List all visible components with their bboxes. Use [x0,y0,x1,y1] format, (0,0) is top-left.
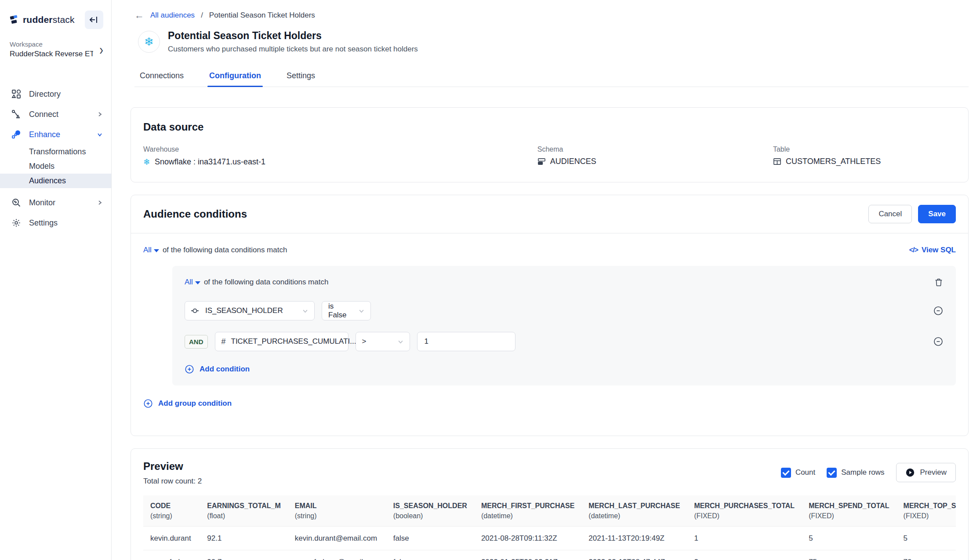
remove-condition-button[interactable] [933,305,944,316]
table-cell: 70 [897,550,956,560]
condition-row: IS_SEASON_HOLDER is False [185,301,944,320]
table-cell: 5 [897,527,956,550]
chevron-right-icon [97,112,102,117]
sidebar-item-transformations[interactable]: Transformations [0,145,111,159]
chevron-down-icon [359,308,364,314]
breadcrumb-link-all-audiences[interactable]: All audiences [150,11,195,20]
table-cell: 2022-01-25T20:02:21Z [474,550,581,560]
table-cell: 1 [687,527,802,550]
table-icon [773,157,781,166]
breadcrumb-current: Potential Season Ticket Holders [209,11,315,20]
table-cell: 5 [802,527,896,550]
table-cell: 2021-11-13T20:19:49Z [581,527,687,550]
tab-connections[interactable]: Connections [138,67,185,87]
minus-circle-icon [933,305,944,316]
plus-circle-icon [143,399,153,408]
condition-value-input[interactable] [417,332,515,351]
column-header: EARNINGS_TOTAL_M(float) [200,495,287,527]
warehouse-label: Warehouse [143,145,537,153]
save-button[interactable]: Save [918,205,956,223]
add-group-condition-button[interactable]: Add group condition [143,399,232,422]
tab-settings[interactable]: Settings [285,67,317,87]
collapse-sidebar-icon [90,16,98,24]
minus-circle-icon [933,336,944,347]
preview-card: Preview Total row count: 2 Count Sample … [131,448,969,560]
column-header: MERCH_FIRST_PURCHASE(datetime) [474,495,581,527]
sidebar-item-models[interactable]: Models [0,159,111,174]
tab-bar: Connections Configuration Settings [134,67,969,87]
checkbox-checked-icon [781,468,791,478]
tab-configuration[interactable]: Configuration [207,67,263,87]
breadcrumb: ← All audiences / Potential Season Ticke… [134,11,969,20]
page-title: Potential Season Ticket Holders [168,30,418,42]
monitor-icon [11,198,22,207]
connect-icon [11,109,22,119]
sidebar-collapse-button[interactable] [85,11,103,29]
sample-rows-checkbox[interactable]: Sample rows [827,468,884,478]
add-condition-button[interactable]: Add condition [185,364,250,374]
table-cell: 2022-03-13T08:47:44Z [581,550,687,560]
group-match-text: of the following data conditions match [204,278,329,287]
preview-button[interactable]: Preview [896,463,956,482]
outer-match-type-dropdown[interactable]: All [143,246,159,255]
logo-text: rudderstack [23,15,75,25]
table-cell: kevin.durant@email.com [288,527,386,550]
audience-conditions-card: Audience conditions Cancel Save All of t… [131,195,969,436]
audience-conditions-title: Audience conditions [143,208,247,220]
preview-table: CODE(string)EARNINGS_TOTAL_M(float)EMAIL… [143,495,956,560]
field-select[interactable]: # TICKET_PURCHASES_CUMULATI... [215,332,348,351]
sidebar: rudderstack Workspace RudderStack Revers… [0,0,112,560]
column-header: MERCH_SPEND_TOTAL(FIXED) [802,495,896,527]
field-select-value: IS_SEASON_HOLDER [205,306,283,315]
count-checkbox[interactable]: Count [781,468,815,478]
plus-circle-icon [185,364,194,374]
table-value: CUSTOMERS_ATHLETES [786,157,881,166]
back-arrow-icon[interactable]: ← [134,11,144,20]
sidebar-item-directory[interactable]: Directory [0,84,111,104]
sidebar-item-settings[interactable]: Settings [0,213,111,233]
sidebar-item-connect[interactable]: Connect [0,104,111,124]
schema-icon [537,157,546,166]
remove-condition-button[interactable] [933,336,944,347]
total-row-count: Total row count: 2 [143,477,202,486]
chevron-down-icon [398,339,403,345]
group-match-type-dropdown[interactable]: All [185,278,200,287]
sidebar-item-enhance[interactable]: Enhance [0,124,111,145]
sidebar-item-label: Transformations [29,147,86,156]
preview-title: Preview [143,460,202,473]
operator-select-value: > [362,337,367,346]
table-cell: 3 [687,550,802,560]
directory-icon [11,89,22,99]
audience-avatar: ❄ [138,31,160,53]
main-content: ← All audiences / Potential Season Ticke… [112,0,980,560]
chevron-right-icon [97,200,102,205]
chevron-right-icon: › [99,40,103,58]
schema-field: Schema AUDIENCES [537,145,773,167]
view-sql-button[interactable]: </> View SQL [909,246,956,255]
workspace-switcher[interactable]: Workspace RudderStack Reverse ETL Den › [0,33,111,63]
enhance-icon [11,130,22,139]
table-cell: kevin.durant [143,527,200,550]
sidebar-item-label: Audiences [29,176,66,185]
sidebar-item-monitor[interactable]: Monitor [0,193,111,213]
chevron-down-icon [302,308,308,314]
play-circle-icon [905,468,915,477]
operator-select[interactable]: is False [322,301,371,320]
column-header: IS_SEASON_HOLDER(boolean) [386,495,474,527]
delete-group-button[interactable] [934,277,944,287]
schema-label: Schema [537,145,773,153]
breadcrumb-separator: / [201,11,203,20]
operator-select[interactable]: > [356,332,410,351]
column-header: MERCH_PURCHASES_TOTAL(FIXED) [687,495,802,527]
condition-group: All of the following data conditions mat… [172,266,956,385]
field-select[interactable]: IS_SEASON_HOLDER [185,301,315,320]
trash-icon [934,277,944,287]
table-cell: 75 [802,550,896,560]
chevron-down-icon [195,281,200,284]
rudderstack-logo: rudderstack [10,15,75,25]
sidebar-item-audiences[interactable]: Audiences [0,174,111,188]
and-join-chip: AND [185,335,208,349]
code-icon: </> [909,246,918,254]
cancel-button[interactable]: Cancel [868,205,912,223]
outer-match-text: of the following data conditions match [163,246,287,255]
